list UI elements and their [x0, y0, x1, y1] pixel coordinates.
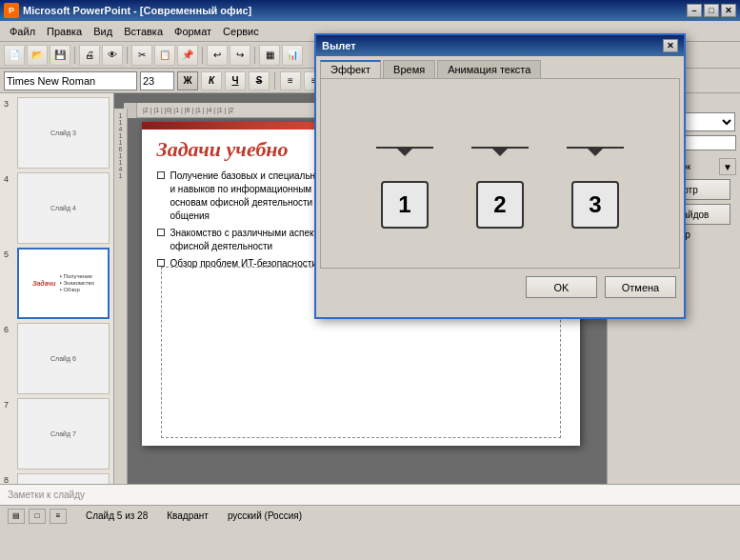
preview-number-2: 2: [476, 181, 524, 229]
bold-button[interactable]: Ж: [177, 71, 198, 90]
preview-box-1: 1: [376, 147, 433, 229]
undo-btn[interactable]: ↩: [207, 45, 228, 66]
maximize-button[interactable]: □: [704, 4, 719, 17]
sep5: [274, 72, 275, 90]
dialog-ok-button[interactable]: OK: [526, 276, 597, 298]
sep4: [254, 47, 255, 64]
slide-num-5: 5: [4, 250, 9, 259]
menu-format[interactable]: Формат: [169, 24, 217, 39]
tab-effect[interactable]: Эффект: [320, 60, 381, 78]
preview-number-1: 1: [381, 181, 429, 229]
slide-num-8: 8: [4, 475, 9, 484]
app-icon: P: [4, 3, 19, 18]
dialog-preview: 1 2 3: [376, 118, 624, 229]
new-btn[interactable]: 📄: [4, 45, 25, 66]
print-btn[interactable]: 🖨: [79, 45, 100, 66]
app-title: Microsoft PowerPoint - [Современный офис…: [23, 5, 687, 16]
italic-button[interactable]: К: [201, 71, 222, 90]
save-btn[interactable]: 💾: [50, 45, 70, 66]
title-bar: P Microsoft PowerPoint - [Современный оф…: [0, 0, 740, 21]
notes-placeholder: Заметки к слайду: [8, 490, 85, 500]
vertical-ruler: 1141161141: [114, 109, 128, 484]
slide-thumbnail-4[interactable]: Слайд 4: [17, 172, 110, 244]
sep3: [202, 47, 203, 64]
slide-thumbnail-7[interactable]: Слайд 7: [17, 398, 110, 470]
slide-info: Слайд 5 из 28: [86, 510, 148, 521]
slide-thumbnail-6[interactable]: Слайд 6: [17, 323, 110, 394]
slide-thumbnail-5[interactable]: Задачи • Получение• Знакомство• Обзор: [17, 248, 110, 319]
dialog-title-bar: Вылет ✕: [316, 35, 684, 56]
order-down-btn[interactable]: ▼: [719, 158, 736, 175]
close-button[interactable]: ✕: [721, 4, 736, 17]
sep1: [74, 47, 75, 64]
sep2: [127, 47, 128, 64]
dialog-vylет: Вылет ✕ Эффект Время Анимация текста 1 2: [314, 33, 686, 319]
copy-btn[interactable]: 📋: [154, 45, 175, 66]
preview-number-3: 3: [571, 181, 619, 229]
view-normal-btn[interactable]: ▤: [8, 509, 25, 524]
bullet-square-2: [157, 229, 165, 236]
dialog-buttons: OK Отмена: [316, 269, 684, 306]
dialog-content: 1 2 3: [320, 78, 680, 269]
strikethrough-button[interactable]: S: [249, 71, 270, 90]
insert-table-btn[interactable]: ▦: [259, 45, 280, 66]
dialog-close-button[interactable]: ✕: [663, 39, 678, 52]
slide-num-3: 3: [4, 99, 9, 109]
slide-thumbnail-3[interactable]: Слайд 3: [17, 97, 110, 169]
bullet-square-3: [157, 259, 165, 267]
preview-box-2: 2: [471, 147, 529, 229]
slide-num-6: 6: [4, 325, 9, 334]
window-controls: – □ ✕: [687, 4, 736, 17]
cut-btn[interactable]: ✂: [131, 45, 152, 66]
redo-btn[interactable]: ↪: [230, 45, 250, 66]
dialog-title-text: Вылет: [322, 40, 356, 51]
slide-panel: 3 Слайд 3 4 Слайд 4 5 Задачи • Получение…: [0, 93, 114, 484]
underline-button[interactable]: Ч: [225, 71, 246, 90]
menu-view[interactable]: Вид: [88, 24, 118, 39]
bullet-text-3: Обзор проблем ИТ-безопасности: [170, 257, 317, 270]
status-bar: ▤ □ ≡ Слайд 5 из 28 Квадрант русский (Ро…: [0, 505, 740, 526]
language-info: русский (Россия): [228, 510, 302, 521]
tab-time[interactable]: Время: [383, 60, 435, 78]
preview-btn[interactable]: 👁: [102, 45, 123, 66]
slide-num-4: 4: [4, 174, 9, 184]
bullet-square-1: [157, 171, 165, 179]
dialog-cancel-button[interactable]: Отмена: [605, 276, 676, 298]
dialog-tabs: Эффект Время Анимация текста: [316, 56, 684, 78]
menu-edit[interactable]: Правка: [41, 24, 88, 39]
notes-bar: Заметки к слайду: [0, 484, 740, 505]
menu-insert[interactable]: Вставка: [118, 24, 169, 39]
insert-chart-btn[interactable]: 📊: [282, 45, 303, 66]
slide-thumbnail-8[interactable]: Слайд 8: [17, 473, 110, 484]
tab-animation[interactable]: Анимация текста: [437, 60, 541, 78]
view-outline-btn[interactable]: ≡: [50, 509, 67, 524]
open-btn[interactable]: 📂: [27, 45, 48, 66]
preview-box-3: 3: [567, 147, 624, 229]
layout-info: Квадрант: [167, 510, 209, 521]
menu-tools[interactable]: Сервис: [217, 24, 265, 39]
slide-num-7: 7: [4, 400, 9, 410]
view-slide-btn[interactable]: □: [29, 509, 46, 524]
paste-btn[interactable]: 📌: [177, 45, 198, 66]
menu-file[interactable]: Файл: [4, 24, 41, 39]
font-size-input[interactable]: [140, 71, 174, 90]
align-left-button[interactable]: ≡: [280, 71, 301, 90]
font-name-input[interactable]: [4, 71, 137, 90]
minimize-button[interactable]: –: [687, 4, 702, 17]
